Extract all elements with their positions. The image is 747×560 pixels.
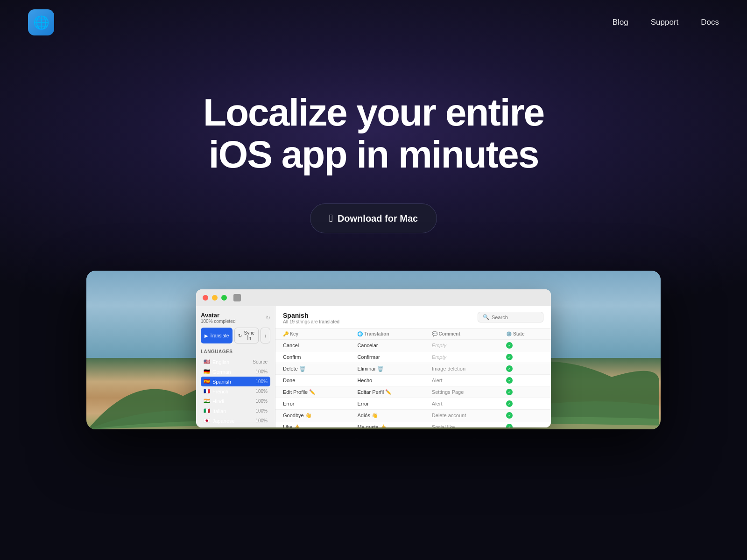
project-completion: 100% completed bbox=[201, 319, 236, 324]
traffic-light-yellow bbox=[212, 295, 218, 301]
cell-trans-4: Editar Perfil ✏️ bbox=[357, 389, 431, 395]
lang-german-name: German bbox=[212, 369, 231, 375]
table-row: Delete 🗑️ Eliminar 🗑️ Image deletion ✓ bbox=[275, 363, 551, 375]
traffic-light-red bbox=[203, 295, 208, 301]
lang-hindi-badge: 100% bbox=[255, 399, 268, 404]
cell-comment-7: Social like bbox=[432, 424, 506, 427]
table-rows: Cancel Cancelar Empty ✓ Confirm Confirma… bbox=[275, 340, 551, 427]
cell-comment-6: Delete account bbox=[432, 413, 506, 418]
flag-italian: 🇮🇹 bbox=[204, 408, 210, 414]
window-titlebar bbox=[196, 289, 551, 306]
lang-item-french[interactable]: 🇫🇷 French 100% bbox=[201, 386, 270, 396]
screenshot-wrapper: Avatar 100% completed ↻ ▶ Translate ↻ Sy… bbox=[86, 271, 661, 429]
lang-japanese-badge: 100% bbox=[255, 418, 268, 423]
logo-icon: 🌐 bbox=[33, 15, 49, 30]
refresh-icon: ↻ bbox=[266, 315, 270, 321]
lang-italian-left: 🇮🇹 Italian bbox=[204, 408, 226, 414]
translate-label: Translate bbox=[210, 333, 229, 338]
cell-state-1: ✓ bbox=[506, 354, 543, 360]
cell-trans-0: Cancelar bbox=[357, 343, 431, 348]
cell-key-4: Edit Profile ✏️ bbox=[283, 389, 357, 395]
play-icon: ▶ bbox=[204, 333, 208, 338]
flag-english: 🇺🇸 bbox=[204, 359, 210, 365]
cell-key-5: Error bbox=[283, 401, 357, 406]
lang-english-left: 🇺🇸 English bbox=[204, 359, 229, 365]
navbar: 🌐 Blog Support Docs bbox=[0, 0, 747, 45]
search-input[interactable] bbox=[492, 315, 538, 320]
status-dot-6: ✓ bbox=[506, 412, 513, 419]
flag-japanese: 🇯🇵 bbox=[204, 418, 210, 424]
lang-hindi-left: 🇮🇳 Hindi bbox=[204, 398, 224, 404]
hero-title-line2: iOS app in minutes bbox=[209, 133, 539, 175]
main-subtitle: All 19 strings are translated bbox=[283, 319, 339, 324]
lang-item-japanese[interactable]: 🇯🇵 Japanese 100% bbox=[201, 416, 270, 426]
lang-german-left: 🇩🇪 German bbox=[204, 369, 231, 375]
logo: 🌐 bbox=[28, 9, 54, 35]
table-row: Confirm Confirmar Empty ✓ bbox=[275, 351, 551, 363]
state-col-label: ⚙️ State bbox=[506, 331, 524, 336]
status-dot-4: ✓ bbox=[506, 389, 513, 395]
cell-trans-6: Adiós 👋 bbox=[357, 413, 431, 419]
lang-italian-name: Italian bbox=[212, 408, 226, 414]
lang-item-english[interactable]: 🇺🇸 English Source bbox=[201, 357, 270, 367]
lang-german-badge: 100% bbox=[255, 369, 268, 374]
sidebar-project: Avatar 100% completed ↻ bbox=[201, 312, 270, 324]
table-header: 🔑 Key 🌐 Translation 💬 Comment ⚙️ State bbox=[275, 329, 551, 340]
cell-comment-1: Empty bbox=[432, 354, 506, 360]
col-comment: 💬 Comment bbox=[432, 331, 506, 336]
cell-state-5: ✓ bbox=[506, 400, 543, 407]
nav-blog[interactable]: Blog bbox=[613, 18, 628, 27]
flag-german: 🇩🇪 bbox=[204, 369, 210, 375]
col-state: ⚙️ State bbox=[506, 331, 543, 336]
lang-item-german[interactable]: 🇩🇪 German 100% bbox=[201, 367, 270, 377]
main-title-area: Spanish All 19 strings are translated bbox=[283, 312, 339, 324]
translate-button[interactable]: ▶ Translate bbox=[201, 328, 233, 343]
flag-french: 🇫🇷 bbox=[204, 388, 210, 394]
download-label: Download for Mac bbox=[338, 213, 418, 224]
cell-trans-2: Eliminar 🗑️ bbox=[357, 366, 431, 372]
nav-links: Blog Support Docs bbox=[613, 18, 719, 27]
table-row: Edit Profile ✏️ Editar Perfil ✏️ Setting… bbox=[275, 386, 551, 398]
cell-key-7: Like 👍 bbox=[283, 424, 357, 428]
download-button[interactable]:  Download for Mac bbox=[310, 203, 437, 233]
cell-key-1: Confirm bbox=[283, 354, 357, 360]
search-box[interactable]: 🔍 bbox=[478, 312, 543, 322]
download-small-button[interactable]: ↓ bbox=[261, 328, 270, 343]
nav-support[interactable]: Support bbox=[651, 18, 679, 27]
lang-item-hindi[interactable]: 🇮🇳 Hindi 100% bbox=[201, 396, 270, 406]
sidebar: Avatar 100% completed ↻ ▶ Translate ↻ Sy… bbox=[196, 306, 275, 427]
cell-key-0: Cancel bbox=[283, 343, 357, 348]
hero-title-line1: Localize your entire bbox=[203, 91, 544, 133]
col-translation: 🌐 Translation bbox=[357, 331, 431, 336]
lang-item-italian[interactable]: 🇮🇹 Italian 100% bbox=[201, 406, 270, 416]
cell-trans-5: Error bbox=[357, 401, 431, 406]
cell-comment-2: Image deletion bbox=[432, 366, 506, 371]
hero-section: Localize your entire iOS app in minutes … bbox=[0, 45, 747, 233]
cell-state-7: ✓ bbox=[506, 424, 543, 427]
lang-item-spanish[interactable]: 🇪🇸 Spanish 100% bbox=[201, 377, 270, 386]
lang-english-badge: Source bbox=[253, 359, 268, 364]
sidebar-actions: ▶ Translate ↻ Sync In ↓ bbox=[201, 328, 270, 343]
main-content: Spanish All 19 strings are translated 🔍 … bbox=[275, 306, 551, 427]
cell-key-2: Delete 🗑️ bbox=[283, 366, 357, 372]
lang-spanish-left: 🇪🇸 Spanish bbox=[204, 378, 231, 385]
project-name: Avatar bbox=[201, 312, 236, 319]
lang-french-name: French bbox=[212, 389, 228, 394]
app-window: Avatar 100% completed ↻ ▶ Translate ↻ Sy… bbox=[196, 289, 551, 427]
lang-japanese-name: Japanese bbox=[212, 418, 235, 424]
cell-key-3: Done bbox=[283, 378, 357, 383]
languages-label: Languages bbox=[201, 349, 270, 354]
status-dot-3: ✓ bbox=[506, 377, 513, 384]
window-body: Avatar 100% completed ↻ ▶ Translate ↻ Sy… bbox=[196, 306, 551, 427]
lang-japanese-left: 🇯🇵 Japanese bbox=[204, 418, 235, 424]
nav-docs[interactable]: Docs bbox=[701, 18, 719, 27]
sync-button[interactable]: ↻ Sync In bbox=[234, 328, 259, 343]
search-icon: 🔍 bbox=[483, 314, 489, 320]
lang-hindi-name: Hindi bbox=[212, 399, 224, 404]
download-icon: ↓ bbox=[264, 333, 267, 338]
cell-trans-7: Me gusta 👍 bbox=[357, 424, 431, 428]
main-title: Spanish bbox=[283, 312, 339, 319]
key-col-label: 🔑 Key bbox=[283, 331, 298, 336]
cell-comment-3: Alert bbox=[432, 378, 506, 383]
flag-hindi: 🇮🇳 bbox=[204, 398, 210, 404]
